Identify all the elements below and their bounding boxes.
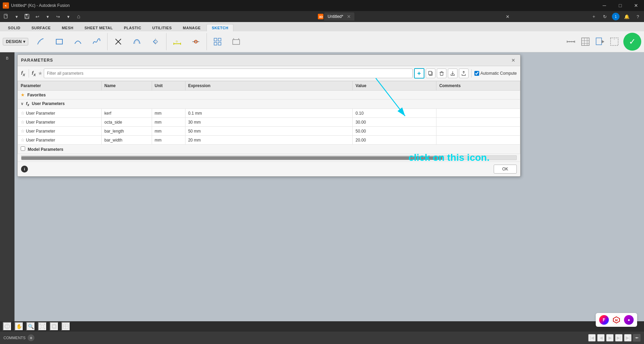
mirror-tool[interactable] <box>147 33 164 51</box>
star-toolbar-icon[interactable]: ★ <box>38 70 42 76</box>
table-row[interactable]: ☆ User Parameter bar_length mm 50 mm 50.… <box>18 127 520 136</box>
model-params-checkbox[interactable] <box>21 146 25 151</box>
copy-button[interactable] <box>426 69 435 78</box>
constraints-tool[interactable] <box>187 33 205 51</box>
window-close-button[interactable]: ✕ <box>628 0 644 11</box>
star-btn-kerf[interactable]: ☆ <box>21 111 25 116</box>
scrollbar-thumb[interactable] <box>21 156 442 160</box>
notification-button[interactable]: 🔔 <box>622 12 632 21</box>
timeline-play-button[interactable]: ▶ <box>606 334 614 342</box>
comments-cell-octa[interactable] <box>436 118 520 127</box>
title-bar: K Untitled* (Kc) - Autodesk Fusion ─ □ ✕ <box>0 0 644 11</box>
params-table-container[interactable]: Parameter Name Unit Expression Value Com… <box>18 81 520 154</box>
active-tab[interactable]: Untitled* ✕ <box>324 12 354 21</box>
maximize-button[interactable]: □ <box>612 0 628 11</box>
new-button[interactable] <box>1 12 11 21</box>
svg-rect-39 <box>429 71 432 75</box>
horizontal-scrollbar[interactable] <box>21 155 517 160</box>
undo-button[interactable]: ↩ <box>32 12 42 21</box>
star-btn-bar-wid[interactable]: ☆ <box>21 137 25 143</box>
pattern-tool[interactable] <box>209 33 227 51</box>
rectangle-tool[interactable] <box>50 33 68 51</box>
display-settings-button[interactable] <box>61 322 70 331</box>
star-btn-octa[interactable]: ☆ <box>21 119 25 125</box>
comments-cell-bar-wid[interactable] <box>436 136 520 145</box>
table-row[interactable]: ☆ User Parameter octa_side mm 30 mm 30.0… <box>18 118 520 127</box>
expr-cell-bar-wid[interactable]: 20 mm <box>185 136 353 145</box>
spline-tool[interactable] <box>88 33 105 51</box>
undo-dropdown-button[interactable]: ▾ <box>43 12 52 21</box>
sketch-grid-tool[interactable] <box>607 33 621 51</box>
redo-button[interactable]: ↪ <box>53 12 63 21</box>
orbit-button[interactable] <box>3 322 12 331</box>
redo-dropdown-button[interactable]: ▾ <box>63 12 73 21</box>
user-params-collapse[interactable]: ∨ <box>21 102 23 106</box>
add-button[interactable]: ＋ <box>589 12 598 21</box>
expr-cell-kerf[interactable]: 0.1 mm <box>185 109 353 118</box>
tab-utilities[interactable]: UTILITIES <box>147 24 177 31</box>
tab-manage[interactable]: MANAGE <box>178 24 206 31</box>
timeline-end-button[interactable]: |▶| <box>624 334 632 342</box>
tab-plastic[interactable]: PLASTIC <box>119 24 147 31</box>
ok-button[interactable]: OK <box>494 165 517 174</box>
trim-tool[interactable] <box>109 33 127 51</box>
timeline-start-button[interactable]: |◀ <box>588 334 596 342</box>
help-button[interactable]: ? <box>633 12 643 21</box>
offset-tool[interactable] <box>128 33 146 51</box>
zoom-fit-button[interactable] <box>38 322 47 331</box>
star-btn-bar-len[interactable]: ☆ <box>21 128 25 134</box>
comments-cell-kerf[interactable] <box>436 109 520 118</box>
name-cell-octa[interactable]: octa_side <box>101 118 152 127</box>
import-button[interactable] <box>448 69 457 78</box>
name-cell-bar-len[interactable]: bar_length <box>101 127 152 136</box>
name-cell-bar-wid[interactable]: bar_width <box>101 136 152 145</box>
delete-button[interactable] <box>437 69 446 78</box>
save-button[interactable] <box>22 12 32 21</box>
filter-input[interactable] <box>44 69 413 78</box>
home-button[interactable]: ⌂ <box>74 12 83 21</box>
tab-solid[interactable]: SOLID <box>3 24 26 31</box>
auto-compute-label[interactable]: Automatic Compute <box>474 71 517 76</box>
minimize-button[interactable]: ─ <box>596 0 612 11</box>
comments-add-button[interactable]: + <box>28 334 34 341</box>
app3-icon[interactable]: ● <box>624 315 634 325</box>
name-cell-kerf[interactable]: kerf <box>101 109 152 118</box>
dialog-close-button[interactable]: ✕ <box>510 57 517 64</box>
close-tab-button[interactable]: ✕ <box>503 12 512 21</box>
sync-button[interactable]: ↻ <box>600 12 610 21</box>
timeline-settings-icon[interactable] <box>633 334 641 342</box>
project-tool[interactable] <box>227 33 245 51</box>
tab-mesh[interactable]: MESH <box>57 24 79 31</box>
tab-surface[interactable]: SURFACE <box>26 24 56 31</box>
export-button[interactable] <box>459 69 469 78</box>
expr-cell-octa[interactable]: 30 mm <box>185 118 353 127</box>
comments-cell-bar-len[interactable] <box>436 127 520 136</box>
column-tool[interactable] <box>578 33 592 51</box>
fusion-icon[interactable]: F <box>599 315 609 325</box>
design-dropdown-button[interactable]: DESIGN ▾ <box>3 38 28 45</box>
arc-tool[interactable] <box>69 33 87 51</box>
pan-button[interactable]: ✋ <box>14 322 23 331</box>
tab-sketch[interactable]: SKETCH <box>207 24 233 31</box>
dimension-tool[interactable]: D <box>168 33 186 51</box>
info-button[interactable]: i <box>21 166 28 173</box>
timeline-next-button[interactable]: ▶| <box>615 334 623 342</box>
insert-tool[interactable] <box>593 33 607 51</box>
timeline-prev-button[interactable]: ◀ <box>597 334 605 342</box>
zoom-button[interactable]: 🔍 <box>26 322 35 331</box>
new-dropdown-button[interactable]: ▾ <box>12 12 21 21</box>
expr-cell-bar-len[interactable]: 50 mm <box>185 127 353 136</box>
col-comments: Comments <box>436 81 520 91</box>
table-row[interactable]: ☆ User Parameter bar_width mm 20 mm 20.0… <box>18 136 520 145</box>
add-parameter-button[interactable]: + <box>414 68 424 79</box>
auto-compute-checkbox[interactable] <box>474 71 479 76</box>
account-button[interactable]: 1 <box>611 12 621 21</box>
finish-sketch-button[interactable]: ✓ <box>623 33 641 51</box>
mcafee-icon[interactable]: M <box>612 315 621 325</box>
line-tool[interactable] <box>32 33 50 51</box>
table-row[interactable]: ☆ User Parameter kerf mm 0.1 mm 0.10 <box>18 109 520 118</box>
tab-sheet-metal[interactable]: SHEET METAL <box>79 24 118 31</box>
view-cube-button[interactable] <box>50 322 59 331</box>
measure-tool[interactable] <box>564 33 578 51</box>
browser-toggle-button[interactable]: B <box>1 54 13 63</box>
